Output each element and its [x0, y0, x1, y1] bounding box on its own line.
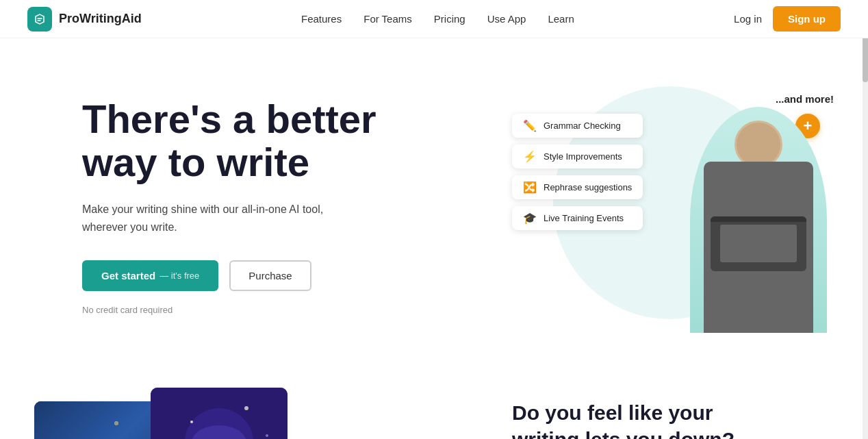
svg-point-3 [81, 414, 84, 416]
svg-point-2 [53, 420, 57, 424]
hero-section: There's a better way to write Make your … [0, 38, 868, 360]
pill-training-label: Live Training Events [544, 213, 624, 223]
logo[interactable]: ProWritingAid [27, 7, 142, 32]
svg-point-11 [244, 406, 248, 410]
nav-pricing[interactable]: Pricing [434, 13, 465, 25]
svg-point-4 [134, 416, 140, 421]
logo-text: ProWritingAid [59, 12, 142, 26]
hero-visual: ✏️ Grammar Checking ⚡ Style Improvements… [512, 79, 841, 333]
get-started-button[interactable]: Get started — it's free [82, 260, 218, 291]
login-link[interactable]: Log in [734, 13, 762, 25]
get-started-label: Get started [101, 270, 155, 281]
front-card-svg [151, 388, 288, 439]
hero-buttons: Get started — it's free Purchase [82, 260, 376, 291]
pill-rephrase-label: Rephrase suggestions [544, 182, 632, 192]
more-label: ...and more! [776, 93, 834, 105]
style-icon: ⚡ [523, 150, 537, 163]
pill-rephrase: 🔀 Rephrase suggestions [512, 175, 643, 199]
nav-use-app[interactable]: Use App [487, 13, 526, 25]
navbar: ProWritingAid Features For Teams Pricing… [0, 0, 868, 38]
section2: My idea in my head Do you feel like your… [0, 360, 868, 439]
section2-title: Do you feel like your writing lets you d… [512, 399, 786, 439]
nav-actions: Log in Sign up [734, 6, 841, 32]
nav-links: Features For Teams Pricing Use App Learn [301, 13, 574, 25]
person-container [690, 107, 827, 333]
hero-content-left: There's a better way to write Make your … [82, 97, 376, 316]
pill-grammar: ✏️ Grammar Checking [512, 114, 643, 138]
feature-pills: ✏️ Grammar Checking ⚡ Style Improvements… [512, 114, 643, 230]
laptop-visual [711, 216, 806, 271]
signup-button[interactable]: Sign up [773, 6, 841, 32]
scrollbar-track[interactable] [863, 0, 868, 439]
free-label: — it's free [159, 271, 199, 281]
hero-title: There's a better way to write [82, 97, 376, 185]
logo-icon [27, 7, 52, 32]
purchase-button[interactable]: Purchase [229, 260, 311, 291]
person-body [704, 162, 813, 333]
svg-point-7 [103, 424, 130, 439]
nav-for-teams[interactable]: For Teams [363, 13, 412, 25]
grammar-icon: ✏️ [523, 119, 537, 132]
svg-point-10 [190, 421, 193, 423]
pill-training: 🎓 Live Training Events [512, 206, 643, 230]
section2-images: My idea in my head [27, 388, 315, 439]
nav-learn[interactable]: Learn [548, 13, 574, 25]
nav-features[interactable]: Features [301, 13, 342, 25]
rephrase-icon: 🔀 [523, 181, 537, 194]
section2-text: Do you feel like your writing lets you d… [512, 399, 786, 439]
svg-point-6 [44, 415, 79, 436]
pill-grammar-label: Grammar Checking [544, 121, 621, 131]
training-icon: 🎓 [523, 212, 537, 225]
pill-style: ⚡ Style Improvements [512, 145, 643, 168]
no-credit-text: No credit card required [82, 305, 376, 315]
svg-point-12 [266, 434, 268, 437]
hero-subtitle: Make your writing shine with our all-in-… [82, 201, 356, 236]
image-card-front [151, 388, 288, 439]
pill-style-label: Style Improvements [544, 151, 622, 162]
